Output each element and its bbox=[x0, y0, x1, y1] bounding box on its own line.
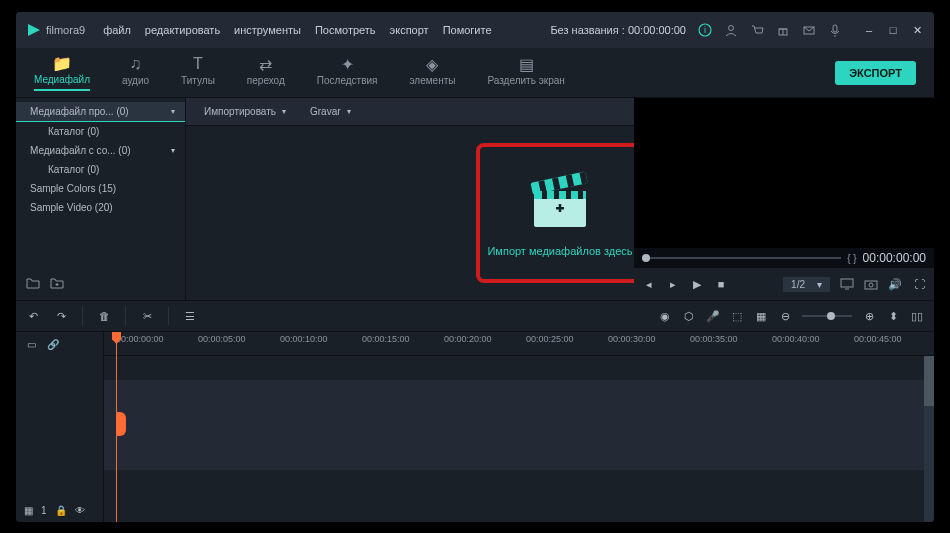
logo-text: filmora9 bbox=[46, 24, 85, 36]
delete-icon[interactable]: 🗑 bbox=[97, 309, 111, 323]
maximize-icon[interactable]: □ bbox=[886, 23, 900, 37]
tab-label: Титулы bbox=[181, 75, 215, 86]
svg-rect-5 bbox=[833, 25, 837, 32]
cut-icon[interactable]: ✂ bbox=[140, 309, 154, 323]
timeline-options-icon[interactable]: ▯▯ bbox=[910, 309, 924, 323]
folder-add-icon[interactable] bbox=[50, 276, 64, 290]
speed-value: 1/2 bbox=[791, 279, 805, 290]
undo-icon[interactable]: ↶ bbox=[26, 309, 40, 323]
mixer-icon[interactable]: ⬚ bbox=[730, 309, 744, 323]
marker-icon[interactable]: ⬡ bbox=[682, 309, 696, 323]
link-icon[interactable]: 🔗 bbox=[46, 337, 60, 351]
menu-view[interactable]: Посмотреть bbox=[315, 24, 376, 36]
tab-audio[interactable]: ♫ аудио bbox=[122, 55, 149, 90]
track-number: 1 bbox=[41, 505, 47, 516]
playhead[interactable] bbox=[116, 332, 117, 522]
volume-icon[interactable]: 🔊 bbox=[888, 277, 902, 291]
project-title: Без названия : 00:00:00:00 bbox=[550, 24, 686, 36]
info-icon[interactable]: i bbox=[698, 23, 712, 37]
timeline-toolbar-right: ◉ ⬡ 🎤 ⬚ ▦ ⊖ ⊕ ⬍ ▯▯ bbox=[658, 309, 924, 323]
sidebar-item-project-media[interactable]: Медиафайл про... (0) ▾ bbox=[16, 102, 185, 122]
tab-transitions[interactable]: ⇄ переход bbox=[247, 55, 285, 90]
tab-media[interactable]: 📁 Медиафайл bbox=[34, 54, 90, 91]
video-track-1[interactable] bbox=[104, 380, 934, 470]
timeline-tracks-area[interactable]: 00:00:00:0000:00:05:0000:00:10:0000:00:1… bbox=[104, 332, 934, 522]
tab-splitscreen[interactable]: ▤ Разделить экран bbox=[487, 55, 564, 90]
timecode-display: 00:00:00:00 bbox=[863, 251, 926, 265]
prev-frame-icon[interactable]: ◂ bbox=[642, 277, 656, 291]
menu-export[interactable]: экспорт bbox=[390, 24, 429, 36]
playback-speed-select[interactable]: 1/2 ▾ bbox=[783, 277, 830, 292]
layers-icon[interactable]: ▭ bbox=[24, 337, 38, 351]
visibility-icon[interactable]: 👁 bbox=[75, 505, 85, 516]
clip-handle[interactable] bbox=[116, 412, 126, 436]
zoom-fit-icon[interactable]: ⬍ bbox=[886, 309, 900, 323]
chevron-down-icon: ▾ bbox=[171, 107, 175, 116]
sidebar-item-sample-video[interactable]: Sample Video (20) bbox=[16, 198, 185, 217]
zoom-handle[interactable] bbox=[827, 312, 835, 320]
scrubber-handle[interactable] bbox=[642, 254, 650, 262]
play-back-icon[interactable]: ▸ bbox=[666, 277, 680, 291]
ruler-tick: 00:00:05:00 bbox=[198, 334, 246, 344]
play-icon[interactable]: ▶ bbox=[690, 277, 704, 291]
mail-icon[interactable] bbox=[802, 23, 816, 37]
scrollbar-thumb[interactable] bbox=[924, 356, 934, 406]
tabs-row: 📁 Медиафайл ♫ аудио T Титулы ⇄ переход ✦… bbox=[16, 48, 934, 98]
sidebar-item-catalog-2[interactable]: Каталог (0) bbox=[16, 160, 185, 179]
ruler-tick: 00:00:25:00 bbox=[526, 334, 574, 344]
zoom-in-icon[interactable]: ⊕ bbox=[862, 309, 876, 323]
menu-help[interactable]: Помогите bbox=[443, 24, 492, 36]
sidebar-item-shared-media[interactable]: Медиафайл с со... (0) ▾ bbox=[16, 141, 185, 160]
sidebar-item-label: Медиафайл с со... (0) bbox=[30, 145, 131, 156]
close-icon[interactable]: ✕ bbox=[910, 23, 924, 37]
ruler-tick: 00:00:15:00 bbox=[362, 334, 410, 344]
tab-label: Последствия bbox=[317, 75, 378, 86]
snapshot-icon[interactable] bbox=[864, 277, 878, 291]
render-icon[interactable]: ◉ bbox=[658, 309, 672, 323]
sidebar-item-label: Sample Colors (15) bbox=[30, 183, 116, 194]
cart-icon[interactable] bbox=[750, 23, 764, 37]
stop-icon[interactable]: ■ bbox=[714, 277, 728, 291]
voiceover-icon[interactable]: 🎤 bbox=[706, 309, 720, 323]
import-dropdown[interactable]: Импортировать ▾ bbox=[196, 106, 294, 117]
crop-zoom-icon[interactable]: ▦ bbox=[754, 309, 768, 323]
timeline-vertical-scrollbar[interactable] bbox=[924, 356, 934, 522]
menu-edit[interactable]: редактировать bbox=[145, 24, 220, 36]
sidebar-item-sample-colors[interactable]: Sample Colors (15) bbox=[16, 179, 185, 198]
mic-icon[interactable] bbox=[828, 23, 842, 37]
timeline-ruler[interactable]: 00:00:00:0000:00:05:0000:00:10:0000:00:1… bbox=[104, 332, 934, 356]
scrubber-track[interactable] bbox=[642, 257, 841, 259]
main-menu: файл редактировать инструменты Посмотрет… bbox=[103, 24, 491, 36]
export-button[interactable]: ЭКСПОРТ bbox=[835, 61, 916, 85]
menu-file[interactable]: файл bbox=[103, 24, 131, 36]
tab-elements[interactable]: ◈ элементы bbox=[409, 55, 455, 90]
zoom-out-icon[interactable]: ⊖ bbox=[778, 309, 792, 323]
tab-effects[interactable]: ✦ Последствия bbox=[317, 55, 378, 90]
redo-icon[interactable]: ↷ bbox=[54, 309, 68, 323]
gift-icon[interactable] bbox=[776, 23, 790, 37]
new-folder-icon[interactable] bbox=[26, 276, 40, 290]
user-icon[interactable] bbox=[724, 23, 738, 37]
titlebar-right: Без названия : 00:00:00:00 i – □ ✕ bbox=[550, 23, 924, 37]
svg-rect-25 bbox=[865, 281, 877, 289]
zoom-slider[interactable] bbox=[802, 315, 852, 317]
menu-tools[interactable]: инструменты bbox=[234, 24, 301, 36]
svg-point-26 bbox=[869, 283, 873, 287]
sidebar-item-catalog-1[interactable]: Каталог (0) bbox=[16, 122, 185, 141]
dropdown-label: Импортировать bbox=[204, 106, 276, 117]
app-logo: filmora9 bbox=[26, 22, 85, 38]
preview-viewport[interactable] bbox=[634, 98, 934, 248]
track-header-tools: ▭ 🔗 bbox=[16, 332, 103, 356]
split-icon: ▤ bbox=[517, 55, 535, 73]
lock-icon[interactable]: 🔒 bbox=[55, 505, 67, 516]
minimize-icon[interactable]: – bbox=[862, 23, 876, 37]
ruler-tick: 00:00:35:00 bbox=[690, 334, 738, 344]
fullscreen-icon[interactable]: ⛶ bbox=[912, 277, 926, 291]
monitor-icon[interactable] bbox=[840, 277, 854, 291]
settings-icon[interactable]: ☰ bbox=[183, 309, 197, 323]
video-track-header[interactable]: ▦ 1 🔒 👁 bbox=[16, 498, 103, 522]
ruler-tick: 00:00:00:00 bbox=[116, 334, 164, 344]
svg-rect-24 bbox=[841, 279, 853, 287]
tab-titles[interactable]: T Титулы bbox=[181, 55, 215, 90]
record-dropdown[interactable]: Gravar ▾ bbox=[302, 106, 359, 117]
